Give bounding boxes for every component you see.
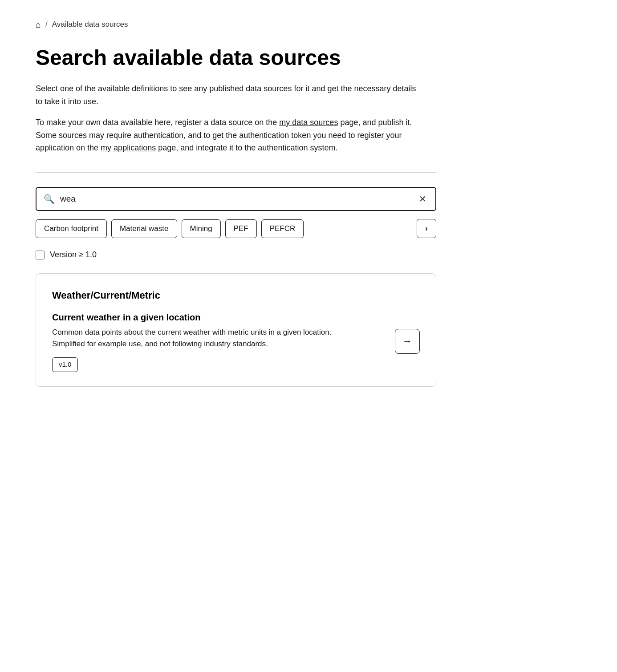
filter-tag-mining[interactable]: Mining [182, 219, 221, 238]
description-text-before: To make your own data available here, re… [36, 118, 279, 127]
result-version-badge: v1.0 [52, 357, 78, 372]
result-navigate-button[interactable]: → [395, 329, 420, 354]
my-data-sources-link[interactable]: my data sources [279, 118, 338, 127]
result-card-title: Current weather in a given location [52, 311, 384, 324]
result-card-content: Current weather in a given location Comm… [52, 311, 384, 372]
description-text-after: page, and integrate it to the authentica… [156, 143, 337, 152]
home-icon[interactable]: ⌂ [36, 18, 41, 31]
filter-tags-next-button[interactable]: › [417, 219, 436, 238]
breadcrumb: ⌂ / Available data sources [36, 18, 581, 31]
filter-tag-material-waste[interactable]: Material waste [111, 219, 177, 238]
result-card-path: Weather/Current/Metric [52, 288, 420, 303]
search-input[interactable] [60, 194, 417, 204]
search-clear-button[interactable]: ✕ [417, 194, 428, 204]
version-filter-label: Version ≥ 1.0 [50, 249, 97, 261]
search-box-container: 🔍 ✕ [36, 187, 436, 211]
page-title: Search available data sources [36, 45, 581, 70]
search-icon: 🔍 [44, 192, 55, 206]
description-block: Select one of the available definitions … [36, 82, 418, 154]
result-card-body: Current weather in a given location Comm… [52, 311, 420, 372]
filter-tags-row: Carbon footprint Material waste Mining P… [36, 219, 436, 238]
breadcrumb-current: Available data sources [52, 19, 128, 30]
filter-tag-carbon-footprint[interactable]: Carbon footprint [36, 219, 107, 238]
my-applications-link[interactable]: my applications [101, 143, 156, 152]
version-checkbox[interactable] [36, 251, 45, 259]
description-paragraph-1: Select one of the available definitions … [36, 82, 418, 108]
filter-tag-pefcr[interactable]: PEFCR [261, 219, 304, 238]
section-divider [36, 172, 436, 173]
filter-tag-pef[interactable]: PEF [225, 219, 257, 238]
version-filter-row: Version ≥ 1.0 [36, 249, 436, 261]
description-paragraph-2: To make your own data available here, re… [36, 116, 418, 154]
search-section: 🔍 ✕ Carbon footprint Material waste Mini… [36, 187, 436, 387]
result-card-description: Common data points about the current wea… [52, 327, 355, 349]
page-container: ⌂ / Available data sources Search availa… [0, 0, 617, 422]
breadcrumb-separator: / [45, 19, 48, 30]
result-card: Weather/Current/Metric Current weather i… [36, 273, 436, 387]
